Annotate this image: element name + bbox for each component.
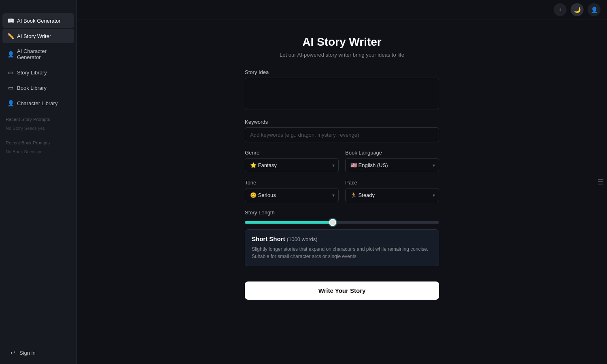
sidebar-header: [0, 0, 76, 10]
sidebar-item-story-library[interactable]: ▭ Story Library: [2, 65, 74, 80]
story-library-icon: ▭: [7, 69, 14, 76]
recent-book-section: Recent Book Prompts No Book Seeds yet.: [0, 135, 76, 158]
story-length-card-title: Short Short (1000 words): [252, 235, 432, 242]
pace-label: Pace: [345, 180, 439, 186]
character-library-icon: 👤: [7, 100, 14, 106]
recent-book-label: Recent Book Prompts: [0, 135, 76, 147]
language-group: Book Language 🇺🇸 English (US) 🇬🇧 English…: [345, 150, 439, 172]
sidebar-item-ai-character-generator[interactable]: 👤 AI Character Generator: [2, 44, 74, 64]
book-icon: 📖: [7, 17, 14, 24]
language-select[interactable]: 🇺🇸 English (US) 🇬🇧 English (UK) 🇫🇷 Frenc…: [345, 158, 439, 172]
genre-label: Genre: [245, 150, 339, 156]
sign-in-button[interactable]: ↩ Sign in: [5, 345, 72, 360]
keywords-group: Keywords: [245, 119, 439, 142]
story-length-info-card: Short Short (1000 words) Slightly longer…: [245, 229, 439, 266]
tone-select-wrapper: 😊 Serious 😄 Humorous 😢 Melancholic 😤 Dra…: [245, 188, 339, 202]
keywords-label: Keywords: [245, 119, 439, 125]
pace-select[interactable]: 🏃 Steady 🚀 Fast 🐢 Slow ⚡ Intense: [345, 188, 439, 202]
genre-select[interactable]: ⭐ Fantasy 🔮 Sci-Fi 🗡️ Adventure 💘 Romanc…: [245, 158, 339, 172]
story-length-group: Story Length Short Short (1000 words) Sl…: [245, 210, 439, 266]
sidebar-bottom: ↩ Sign in: [0, 341, 76, 364]
page-title: AI Story Writer: [245, 36, 439, 49]
user-button[interactable]: 👤: [588, 3, 601, 16]
add-button[interactable]: +: [554, 3, 567, 16]
sidebar-item-label: Book Library: [17, 85, 47, 91]
pace-group: Pace 🏃 Steady 🚀 Fast 🐢 Slow ⚡ Intense ▾: [345, 180, 439, 202]
recent-story-section: Recent Story Prompts No Story Seeds yet.: [0, 111, 76, 135]
write-story-button[interactable]: Write Your Story: [245, 281, 439, 300]
sidebar-item-book-library[interactable]: ▭ Book Library: [2, 80, 74, 95]
sidebar-item-label: AI Book Generator: [17, 18, 61, 24]
plus-icon: +: [558, 6, 562, 13]
page-subtitle: Let our AI-powered story writer bring yo…: [245, 52, 439, 58]
tone-pace-row: Tone 😊 Serious 😄 Humorous 😢 Melancholic …: [245, 180, 439, 202]
story-idea-group: Story Idea: [245, 69, 439, 112]
story-length-label: Story Length: [245, 210, 439, 216]
sidebar: 📖 AI Book Generator ✏️ AI Story Writer 👤…: [0, 0, 77, 364]
genre-select-wrapper: ⭐ Fantasy 🔮 Sci-Fi 🗡️ Adventure 💘 Romanc…: [245, 158, 339, 172]
sign-in-icon: ↩: [10, 349, 16, 356]
sidebar-item-label: AI Story Writer: [17, 33, 51, 39]
sidebar-item-label: AI Character Generator: [17, 48, 69, 60]
main-content: AI Story Writer Let our AI-powered story…: [77, 19, 607, 364]
sidebar-item-ai-story-writer[interactable]: ✏️ AI Story Writer: [2, 29, 74, 43]
sidebar-item-character-library[interactable]: 👤 Character Library: [2, 96, 74, 110]
language-select-wrapper: 🇺🇸 English (US) 🇬🇧 English (UK) 🇫🇷 Frenc…: [345, 158, 439, 172]
tone-label: Tone: [245, 180, 339, 186]
story-length-description: Slightly longer stories that expand on c…: [252, 245, 432, 260]
tone-group: Tone 😊 Serious 😄 Humorous 😢 Melancholic …: [245, 180, 339, 202]
genre-group: Genre ⭐ Fantasy 🔮 Sci-Fi 🗡️ Adventure 💘 …: [245, 150, 339, 172]
language-label: Book Language: [345, 150, 439, 156]
right-panel-icon[interactable]: ☰: [597, 178, 604, 186]
recent-book-empty: No Book Seeds yet.: [0, 147, 76, 158]
tone-select[interactable]: 😊 Serious 😄 Humorous 😢 Melancholic 😤 Dra…: [245, 188, 339, 202]
topbar: + 🌙 👤: [77, 0, 607, 19]
story-idea-textarea[interactable]: [245, 78, 439, 110]
word-count-badge: (1000 words): [287, 236, 318, 242]
story-idea-label: Story Idea: [245, 69, 439, 75]
sign-in-label: Sign in: [19, 350, 36, 356]
character-icon: 👤: [7, 51, 14, 57]
pace-select-wrapper: 🏃 Steady 🚀 Fast 🐢 Slow ⚡ Intense ▾: [345, 188, 439, 202]
theme-toggle-button[interactable]: 🌙: [571, 3, 584, 16]
slider-container: [245, 218, 439, 225]
keywords-input[interactable]: [245, 127, 439, 142]
moon-icon: 🌙: [574, 6, 581, 13]
sidebar-item-label: Character Library: [17, 100, 57, 106]
sidebar-item-ai-book-generator[interactable]: 📖 AI Book Generator: [2, 13, 74, 28]
genre-language-row: Genre ⭐ Fantasy 🔮 Sci-Fi 🗡️ Adventure 💘 …: [245, 150, 439, 172]
story-length-slider[interactable]: [245, 221, 439, 224]
pencil-icon: ✏️: [7, 33, 14, 39]
book-library-icon: ▭: [7, 85, 14, 91]
sidebar-item-label: Story Library: [17, 70, 47, 76]
user-icon: 👤: [591, 6, 598, 13]
recent-story-empty: No Story Seeds yet.: [0, 123, 76, 135]
sidebar-nav: 📖 AI Book Generator ✏️ AI Story Writer 👤…: [0, 10, 76, 111]
recent-story-label: Recent Story Prompts: [0, 111, 76, 123]
form-container: AI Story Writer Let our AI-powered story…: [245, 36, 439, 340]
